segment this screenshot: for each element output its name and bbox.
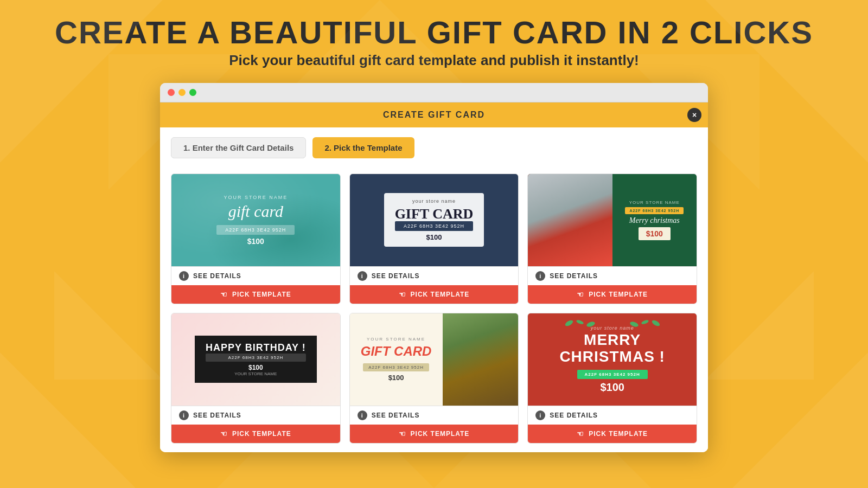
pick-template-3[interactable]: ☜ PICK TEMPLATE	[528, 285, 697, 304]
template-card-1: YOUR STORE NAME gift card A22F 68H3 3E42…	[171, 174, 341, 304]
tmpl1-price: $100	[247, 237, 264, 246]
tmpl3-store: YOUR STORE NAME	[629, 200, 680, 205]
browser-titlebar	[160, 83, 708, 102]
card4-actions: i SEE DETAILS ☜ PICK TEMPLATE	[171, 406, 340, 443]
svg-marker-7	[705, 271, 814, 380]
see-details-2-label: SEE DETAILS	[372, 272, 420, 280]
pick-template-2[interactable]: ☜ PICK TEMPLATE	[350, 285, 519, 304]
pick-template-1-label: PICK TEMPLATE	[232, 291, 291, 298]
tmpl2-inner: your store name GIFT CARD A22F 68H3 3E42…	[384, 193, 484, 247]
browser-window: CREATE GIFT CARD × 1. Enter the Gift Car…	[160, 83, 708, 452]
tmpl4-title: HAPPY BIRTHDAY !	[206, 342, 306, 354]
close-button[interactable]: ×	[687, 108, 701, 122]
see-details-4-label: SEE DETAILS	[193, 412, 241, 419]
svg-point-14	[629, 320, 639, 328]
template-card-6: your store name MERRY CHRISTMAS ! A22F 6…	[527, 313, 697, 444]
hero-header: CREATE A BEAUTIFUL GIFT CARD IN 2 CLICKS…	[0, 0, 868, 74]
tmpl3-price: $100	[639, 227, 671, 240]
tmpl2-store: your store name	[395, 198, 474, 204]
tmpl6-code: A22F 68H3 3E42 952H	[577, 370, 648, 379]
see-details-5-label: SEE DETAILS	[372, 412, 420, 419]
tmpl3-photo	[528, 174, 612, 266]
see-details-6[interactable]: i SEE DETAILS	[528, 406, 697, 425]
svg-point-11	[564, 319, 574, 327]
pick-template-5[interactable]: ☜ PICK TEMPLATE	[350, 425, 519, 443]
tmpl6-merry: MERRY CHRISTMAS !	[535, 332, 689, 365]
template-card-2: your store name GIFT CARD A22F 68H3 3E42…	[349, 174, 519, 304]
template-preview-4: HAPPY BIRTHDAY ! A22F 68H3 3E42 952H $10…	[171, 313, 340, 406]
step2-label: Pick the Template	[334, 143, 402, 152]
step1-number: 1.	[183, 143, 190, 152]
pick-template-4[interactable]: ☜ PICK TEMPLATE	[171, 425, 340, 443]
see-details-2[interactable]: i SEE DETAILS	[350, 266, 519, 285]
step2-button[interactable]: 2. Pick the Template	[312, 137, 414, 158]
hero-subtitle: Pick your beautiful gift card template a…	[0, 52, 868, 69]
tmpl5-left: YOUR STORE NAME GIFT CARD A22F 68H3 3E42…	[350, 313, 443, 406]
info-icon-5: i	[358, 410, 367, 420]
step1-label: Enter the Gift Card Details	[193, 143, 294, 152]
template-card-5: YOUR STORE NAME GIFT CARD A22F 68H3 3E42…	[349, 313, 519, 444]
steps-bar: 1. Enter the Gift Card Details 2. Pick t…	[160, 127, 708, 165]
svg-point-12	[576, 319, 584, 325]
pick-template-5-label: PICK TEMPLATE	[411, 430, 470, 438]
tmpl5-store: YOUR STORE NAME	[367, 337, 425, 342]
pick-template-3-label: PICK TEMPLATE	[589, 291, 648, 298]
pick-template-4-label: PICK TEMPLATE	[232, 430, 291, 438]
svg-point-13	[586, 320, 596, 328]
template-preview-1: YOUR STORE NAME gift card A22F 68H3 3E42…	[171, 174, 340, 266]
see-details-5[interactable]: i SEE DETAILS	[350, 406, 519, 425]
svg-point-16	[651, 319, 661, 327]
see-details-4[interactable]: i SEE DETAILS	[171, 406, 340, 425]
card1-actions: i SEE DETAILS ☜ PICK TEMPLATE	[171, 266, 340, 304]
template-preview-3: YOUR STORE NAME A22F 68H3 3E42 952H Merr…	[528, 174, 697, 266]
traffic-lights	[168, 89, 196, 96]
tmpl5-title: GIFT CARD	[361, 344, 432, 359]
cursor-icon-6: ☜	[577, 429, 584, 438]
card5-actions: i SEE DETAILS ☜ PICK TEMPLATE	[350, 406, 519, 443]
info-icon-1: i	[179, 271, 189, 281]
see-details-3[interactable]: i SEE DETAILS	[528, 266, 697, 285]
svg-point-15	[641, 319, 649, 325]
card6-actions: i SEE DETAILS ☜ PICK TEMPLATE	[528, 406, 697, 443]
tmpl6-price: $100	[600, 381, 624, 394]
hero-title: CREATE A BEAUTIFUL GIFT CARD IN 2 CLICKS	[0, 15, 868, 50]
tmpl2-title: GIFT CARD	[395, 207, 474, 221]
close-traffic-light[interactable]	[168, 89, 175, 96]
tmpl3-merry: Merry christmas	[629, 216, 680, 225]
tmpl5-food	[443, 313, 519, 406]
tmpl2-code: A22F 68H3 3E42 952H	[395, 221, 474, 231]
pick-template-6[interactable]: ☜ PICK TEMPLATE	[528, 425, 697, 443]
step1-button[interactable]: 1. Enter the Gift Card Details	[171, 137, 306, 158]
step2-number: 2.	[324, 143, 331, 152]
see-details-6-label: SEE DETAILS	[550, 412, 598, 419]
tmpl3-right: YOUR STORE NAME A22F 68H3 3E42 952H Merr…	[612, 174, 697, 266]
template-card-3: YOUR STORE NAME A22F 68H3 3E42 952H Merr…	[527, 174, 697, 304]
info-icon-2: i	[358, 271, 367, 281]
template-preview-2: your store name GIFT CARD A22F 68H3 3E42…	[350, 174, 519, 266]
card2-actions: i SEE DETAILS ☜ PICK TEMPLATE	[350, 266, 519, 304]
template-card-4: HAPPY BIRTHDAY ! A22F 68H3 3E42 952H $10…	[171, 313, 341, 444]
tmpl6-decor	[528, 318, 697, 329]
see-details-1[interactable]: i SEE DETAILS	[171, 266, 340, 285]
svg-marker-2	[0, 352, 136, 488]
pick-template-6-label: PICK TEMPLATE	[589, 430, 648, 438]
tmpl3-code: A22F 68H3 3E42 952H	[625, 207, 684, 214]
info-icon-3: i	[535, 271, 545, 281]
tmpl5-code: A22F 68H3 3E42 952H	[363, 363, 429, 371]
tmpl4-store: YOUR STORE NAME	[206, 371, 306, 376]
cursor-icon-1: ☜	[220, 290, 228, 299]
minimize-traffic-light[interactable]	[178, 89, 186, 96]
template-preview-5: YOUR STORE NAME GIFT CARD A22F 68H3 3E42…	[350, 313, 519, 406]
cursor-icon-3: ☜	[577, 290, 584, 299]
pick-template-1[interactable]: ☜ PICK TEMPLATE	[171, 285, 340, 304]
tmpl1-store: YOUR STORE NAME	[224, 195, 288, 200]
modal-content: CREATE GIFT CARD × 1. Enter the Gift Car…	[160, 102, 708, 452]
tmpl4-code: A22F 68H3 3E42 952H	[206, 354, 306, 362]
info-icon-6: i	[535, 410, 545, 420]
tmpl1-code: A22F 68H3 3E42 952H	[216, 225, 295, 235]
maximize-traffic-light[interactable]	[189, 89, 196, 96]
cursor-icon-5: ☜	[399, 429, 406, 438]
tmpl3-person	[528, 174, 612, 266]
info-icon-4: i	[179, 410, 189, 420]
tmpl5-right	[443, 313, 519, 406]
